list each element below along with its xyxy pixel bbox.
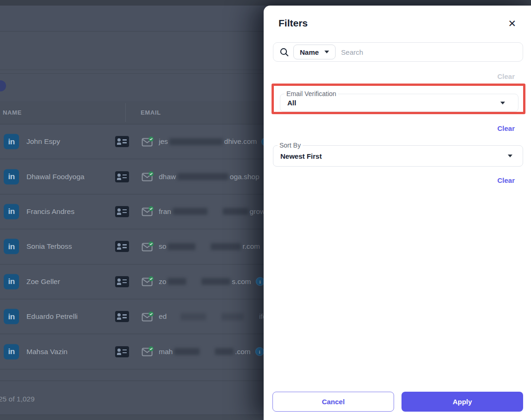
email-verification-select[interactable]: Email Verification All xyxy=(280,94,518,112)
contact-card-icon[interactable] xyxy=(115,311,129,322)
linkedin-icon[interactable] xyxy=(4,134,19,149)
contact-name: John Espy xyxy=(26,137,112,146)
verified-email-icon xyxy=(142,346,154,357)
info-icon[interactable] xyxy=(255,347,264,356)
contact-card-icon[interactable] xyxy=(115,346,129,357)
search-icon xyxy=(279,47,289,57)
pagination-count: 25 of 1,029 xyxy=(0,395,35,403)
email-prefix: zo xyxy=(159,278,166,286)
redacted-email-part xyxy=(168,243,195,250)
contact-name: Sonia Terboss xyxy=(26,242,112,251)
drawer-title: Filters xyxy=(278,18,308,29)
name-column-header: NAME xyxy=(3,101,22,124)
cancel-button[interactable]: Cancel xyxy=(272,392,394,412)
search-field-selector[interactable]: Name xyxy=(293,45,336,59)
contact-card-icon[interactable] xyxy=(115,136,129,147)
contact-card-icon[interactable] xyxy=(115,206,129,217)
search-input[interactable] xyxy=(336,48,523,56)
linkedin-icon[interactable] xyxy=(4,169,19,184)
email-column-header: EMAIL xyxy=(141,101,161,124)
filters-drawer: Filters ✕ Name Clear Email Verification … xyxy=(264,6,531,420)
clear-search-link[interactable]: Clear xyxy=(497,72,515,80)
linkedin-icon[interactable] xyxy=(4,274,19,289)
search-field-selector-label: Name xyxy=(300,48,319,56)
linkedin-icon[interactable] xyxy=(4,309,19,324)
email-prefix: jes xyxy=(159,137,168,146)
clear-email-verification-link[interactable]: Clear xyxy=(497,124,515,132)
chevron-down-icon xyxy=(500,102,505,104)
redacted-email-part xyxy=(211,243,241,250)
email-prefix: dhaw xyxy=(159,173,176,181)
email-suffix: .com xyxy=(235,348,251,356)
email-suffix: dhive.com xyxy=(224,137,257,146)
verified-email-icon xyxy=(142,241,154,252)
verified-email-icon xyxy=(142,206,154,217)
clear-sort-link[interactable]: Clear xyxy=(497,176,515,184)
linkedin-icon[interactable] xyxy=(4,239,19,254)
email-prefix: so xyxy=(159,242,166,251)
email-prefix: fran xyxy=(159,207,171,216)
redacted-email-part xyxy=(221,313,244,320)
redacted-email-part xyxy=(173,208,207,215)
contact-card-icon[interactable] xyxy=(115,241,129,252)
contact-name: Eduardo Petrelli xyxy=(26,312,112,321)
contact-card-icon[interactable] xyxy=(115,171,129,182)
contact-name: Dhawal Foodyoga xyxy=(26,173,112,181)
contact-name: Zoe Geller xyxy=(26,278,112,286)
email-verification-value: All xyxy=(287,94,296,111)
email-suffix: r.com xyxy=(242,242,260,251)
apply-button[interactable]: Apply xyxy=(401,392,523,412)
redacted-email-part xyxy=(181,313,206,320)
close-icon[interactable]: ✕ xyxy=(506,17,518,30)
linkedin-icon[interactable] xyxy=(4,344,19,359)
email-prefix: mah xyxy=(159,348,173,356)
redacted-email-part xyxy=(177,173,228,180)
verified-email-icon xyxy=(142,136,154,147)
redacted-email-part xyxy=(174,348,200,355)
search-bar: Name xyxy=(273,42,523,62)
linkedin-icon[interactable] xyxy=(4,204,19,219)
email-suffix: oga.shop xyxy=(230,173,259,181)
highlight-annotation: Email Verification All xyxy=(272,84,525,114)
contact-name: Francis Andres xyxy=(26,207,112,216)
chevron-down-icon xyxy=(324,51,329,53)
redacted-email-part xyxy=(168,278,186,285)
redacted-email-part xyxy=(215,348,233,355)
column-divider xyxy=(125,103,126,122)
redacted-email-part xyxy=(223,208,248,215)
clipped-blue-badge xyxy=(0,80,6,91)
verified-email-icon xyxy=(142,276,154,287)
contact-card-icon[interactable] xyxy=(115,276,129,287)
redacted-email-part xyxy=(169,138,223,145)
email-suffix: s.com xyxy=(232,278,251,286)
verified-email-icon xyxy=(142,311,154,322)
redacted-email-part xyxy=(201,278,230,285)
info-icon[interactable] xyxy=(256,277,265,286)
contact-name: Mahsa Vazin xyxy=(26,348,112,356)
verified-email-icon xyxy=(142,171,154,182)
top-dark-strip xyxy=(0,0,531,6)
chevron-down-icon xyxy=(508,155,512,157)
sort-by-select[interactable]: Sort By Newest First xyxy=(273,145,523,167)
email-prefix: ed xyxy=(159,312,167,321)
sort-by-value: Newest First xyxy=(280,146,322,166)
